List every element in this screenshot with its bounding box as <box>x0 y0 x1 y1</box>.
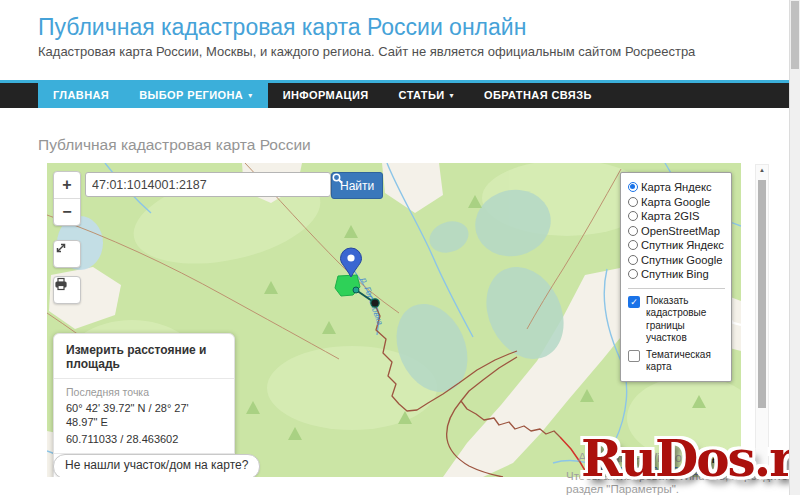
nav-item-info[interactable]: ИНФОРМАЦИЯ <box>268 83 384 108</box>
coords-decimal: 60.711033 / 28.463602 <box>66 432 222 446</box>
nav-info-label: ИНФОРМАЦИЯ <box>283 83 369 108</box>
measure-start-point[interactable] <box>353 287 359 293</box>
page-title: Публичная кадастровая карта России онлай… <box>38 14 526 41</box>
layer-label: Спутник Google <box>641 254 722 266</box>
page-scrollbar[interactable] <box>789 0 800 495</box>
chevron-down-icon: ▾ <box>248 83 252 108</box>
layer-label: Спутник Яндекс <box>641 239 724 251</box>
checkbox-label: Показать кадастровые границы участков <box>646 295 725 345</box>
cadastral-borders-checkbox[interactable]: Показать кадастровые границы участков <box>628 295 725 345</box>
zoom-in-button[interactable]: + <box>54 172 80 198</box>
nav-home-label: ГЛАВНАЯ <box>53 83 109 108</box>
checkbox-checked-icon <box>628 296 640 308</box>
layer-option-osm[interactable]: OpenStreetMap <box>628 224 725 239</box>
radio-icon <box>628 226 638 236</box>
map-section-heading: Публичная кадастровая карта России <box>38 136 311 154</box>
coords-dms: 60° 42' 39.72" N / 28° 27' 48.97" E <box>66 401 222 429</box>
layer-option-google-map[interactable]: Карта Google <box>628 195 725 210</box>
expand-icon <box>54 241 68 255</box>
search-icon <box>332 173 343 184</box>
zoom-out-button[interactable]: − <box>54 199 80 225</box>
thematic-map-checkbox[interactable]: Тематическая карта <box>628 349 725 374</box>
nav-feedback-label: ОБРАТНАЯ СВЯЗЬ <box>484 83 592 108</box>
search-button[interactable]: Найти <box>331 172 383 199</box>
search-input[interactable] <box>85 172 331 197</box>
widget-scrollbar-thumb[interactable] <box>758 180 766 408</box>
layer-label: Карта Яндекс <box>641 181 712 193</box>
checkbox-icon <box>628 350 640 362</box>
layer-label: Карта 2GIS <box>641 210 700 222</box>
chevron-down-icon: ▾ <box>450 83 454 108</box>
scroll-up-icon[interactable]: ▲ <box>756 167 768 173</box>
layer-option-yandex-sat[interactable]: Спутник Яндекс <box>628 238 725 253</box>
last-point-label: Последняя точка <box>66 386 222 398</box>
radio-icon <box>628 211 638 221</box>
layer-label: Спутник Bing <box>641 268 709 280</box>
radio-icon <box>628 269 638 279</box>
widget-scrollbar[interactable]: ▲ <box>755 164 769 474</box>
search-button-label: Найти <box>340 179 374 193</box>
nav-item-articles[interactable]: СТАТЬИ▾ <box>384 83 469 108</box>
layer-option-bing-sat[interactable]: Спутник Bing <box>628 267 725 282</box>
zoom-control: + − <box>53 171 81 226</box>
fullscreen-button[interactable] <box>53 240 81 268</box>
nav-item-region[interactable]: ВЫБОР РЕГИОНА▾ <box>124 83 267 108</box>
page-subtitle: Кадастровая карта России, Москвы, и кажд… <box>38 44 695 59</box>
nav-item-home[interactable]: ГЛАВНАЯ <box>38 83 124 108</box>
measure-end-point[interactable] <box>371 299 379 307</box>
radio-selected-icon <box>628 182 638 192</box>
checkbox-label: Тематическая карта <box>646 349 725 374</box>
nav-item-feedback[interactable]: ОБРАТНАЯ СВЯЗЬ <box>469 83 607 108</box>
layers-panel: Карта Яндекс Карта Google Карта 2GIS Ope… <box>620 172 732 382</box>
layer-option-yandex-map[interactable]: Карта Яндекс <box>628 180 725 195</box>
layer-option-google-sat[interactable]: Спутник Google <box>628 253 725 268</box>
layer-label: Карта Google <box>641 196 710 208</box>
radio-icon <box>628 255 638 265</box>
divider <box>54 378 234 379</box>
nav-region-label: ВЫБОР РЕГИОНА <box>139 83 243 108</box>
radio-icon <box>628 197 638 207</box>
layer-option-2gis-map[interactable]: Карта 2GIS <box>628 209 725 224</box>
nav-articles-label: СТАТЬИ <box>399 83 445 108</box>
not-found-button[interactable]: Не нашли участок/дом на карте? <box>53 454 260 477</box>
layer-label: OpenStreetMap <box>641 225 720 237</box>
page-scrollbar-thumb[interactable] <box>791 1 799 69</box>
rudos-watermark: RuDos.ru <box>581 429 800 488</box>
measure-title: Измерить расстояние и площадь <box>66 343 222 371</box>
printer-icon <box>54 277 68 291</box>
radio-icon <box>628 240 638 250</box>
print-button[interactable] <box>53 276 81 304</box>
divider <box>628 288 725 289</box>
main-navbar: ГЛАВНАЯ ВЫБОР РЕГИОНА▾ ИНФОРМАЦИЯ СТАТЬИ… <box>0 80 789 108</box>
